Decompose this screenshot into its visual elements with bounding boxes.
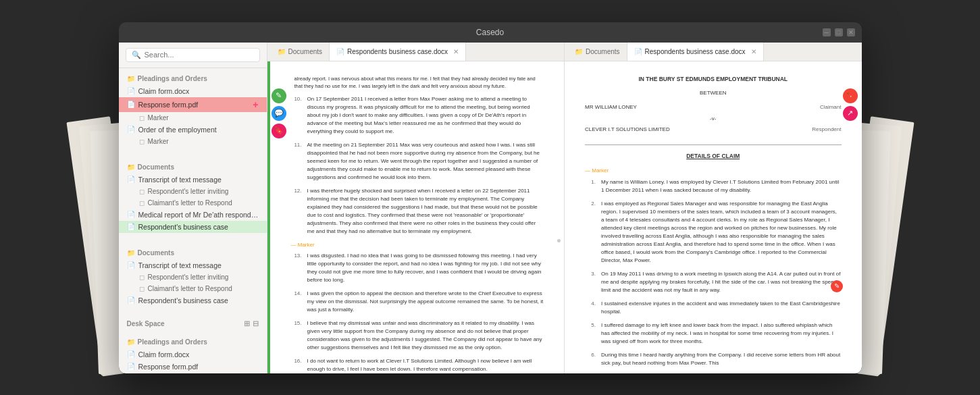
doc-intro-text: already report. I was nervous about what… — [291, 75, 544, 90]
add-icon[interactable]: + — [253, 99, 258, 110]
share-right-btn[interactable]: ↗ — [843, 106, 858, 121]
table-row: 6. During this time I heard hardly anyth… — [585, 351, 842, 367]
table-row: 1. My name is William Loney. I was emplo… — [585, 178, 842, 194]
doc-icon: 📄 — [127, 223, 135, 230]
marker-icon: ◻ — [139, 199, 145, 207]
right-doc-panel: 📁 Documents 📄 Respondents business case.… — [565, 43, 862, 373]
table-row: 11. At the meeting on 21 September 2011 … — [291, 141, 544, 182]
doc-icon: 📄 — [127, 363, 135, 370]
right-marker-label: — Marker — [585, 167, 842, 176]
formal-divider — [585, 144, 842, 145]
section-title-pleadings-desk: 📁 Pleadings and Orders — [119, 336, 267, 348]
section-pleadings: 📁 Pleadings and Orders 📄 Claim form.docx… — [119, 68, 267, 151]
section-documents2: 📁 Documents 📄 Transcript of text message… — [119, 242, 267, 311]
desk-expand-icon[interactable]: ⊞ — [244, 319, 250, 328]
search-input[interactable] — [145, 51, 254, 59]
table-row: 3. On 19 May 2011 I was driving to a wor… — [585, 270, 842, 294]
section-title-documents2: 📁 Documents — [119, 246, 267, 259]
folder-icon: 📁 — [127, 249, 135, 257]
sidebar-subitem-claimant-letter2[interactable]: ◻ Claimant's letter to Respond — [119, 283, 267, 294]
maximize-button[interactable]: □ — [835, 28, 843, 36]
table-row: 4. I sustained extensive injuries in the… — [585, 300, 842, 316]
sidebar-subitem-resp-letter[interactable]: ◻ Respondent's letter inviting — [119, 186, 267, 197]
desk-space-controls[interactable]: ⊞ ⊟ — [244, 319, 259, 328]
app-title: Casedo — [476, 28, 504, 37]
marker-icon: ◻ — [139, 114, 145, 122]
window-controls[interactable]: ─ □ ✕ — [823, 28, 855, 36]
left-tab-business-case[interactable]: 📄 Respondents business case.docx ✕ — [330, 43, 466, 61]
doc-icon: 📄 — [634, 48, 642, 55]
search-icon: 🔍 — [132, 51, 141, 59]
desk-space-header: Desk Space ⊞ ⊟ — [119, 316, 267, 332]
comment-btn[interactable]: 💬 — [272, 106, 286, 121]
sidebar-subitem-resp-letter2[interactable]: ◻ Respondent's letter inviting — [119, 271, 267, 283]
folder-icon: 📁 — [278, 48, 286, 55]
doc-icon: 📄 — [127, 101, 135, 108]
bookmark-right-btn[interactable]: 🔖 — [843, 88, 858, 103]
sidebar-item-order[interactable]: 📄 Order of the employment — [119, 124, 267, 136]
marker-icon: ◻ — [139, 138, 145, 145]
doc-icon: 📄 — [127, 350, 135, 358]
table-row: 16. I do not want to return to work at C… — [291, 357, 544, 373]
sidebar-item-medical[interactable]: 📄 Medical report of Mr De'ath respondent… — [119, 209, 267, 221]
doc-icon: 📄 — [336, 48, 344, 55]
table-row: 15. I believe that my dismissal was unfa… — [291, 319, 544, 352]
sidebar-subitem-marker1[interactable]: ◻ Marker — [119, 112, 267, 124]
sidebar-item-transcript[interactable]: 📄 Transcript of text message — [119, 174, 267, 186]
left-panel-tabs: 📁 Documents 📄 Respondents business case.… — [267, 43, 565, 61]
table-row: 12. I was therefore hugely shocked and s… — [291, 187, 544, 236]
bookmark-btn[interactable]: 🔖 — [272, 124, 286, 138]
sidebar-item-transcript2[interactable]: 📄 Transcript of text message — [119, 259, 267, 271]
desk-collapse-icon[interactable]: ⊟ — [253, 319, 259, 328]
sidebar-item-claim-form[interactable]: 📄 Claim form.docx — [119, 85, 267, 97]
title-bar: Casedo ─ □ ✕ — [119, 22, 862, 43]
respondent-party: CLEVER I.T SOLUTIONS LIMITED Respondent — [585, 126, 842, 134]
folder-icon: 📁 — [127, 163, 135, 171]
sidebar-subitem-marker2[interactable]: ◻ Marker — [119, 136, 267, 147]
marker-icon: ◻ — [139, 285, 145, 292]
table-row: 2. I was employed as Regional Sales Mana… — [585, 200, 842, 265]
section-title-documents: 📁 Documents — [119, 161, 267, 174]
folder-icon: 📁 — [575, 48, 583, 55]
sidebar-subitem-claimant-letter[interactable]: ◻ Claimant's letter to Respond — [119, 197, 267, 209]
section-desk-space: 📁 Pleadings and Orders 📄 Claim form.docx… — [119, 332, 267, 373]
left-tab-documents[interactable]: 📁 Documents — [271, 43, 330, 61]
marker-icon: ◻ — [139, 188, 145, 195]
right-tab-business-case[interactable]: 📄 Respondents business case.docx ✕ — [627, 43, 764, 61]
doc-icon: 📄 — [127, 126, 135, 133]
sidebar: 🔍 📁 Pleadings and Orders 📄 Claim form.do… — [119, 43, 267, 373]
claimant-party: MR WILLIAM LONEY Claimant — [585, 103, 842, 112]
sidebar-item-business-case2[interactable]: 📄 Respondent's business case — [119, 294, 267, 307]
tab-close-icon[interactable]: ✕ — [453, 48, 459, 55]
sidebar-item-response-form[interactable]: 📄 Response form.pdf + — [119, 97, 267, 112]
folder-icon: 📁 — [127, 75, 135, 82]
scroll-indicator — [557, 239, 561, 242]
doc-icon: 📄 — [127, 87, 135, 95]
section-documents: 📁 Documents 📄 Transcript of text message… — [119, 157, 267, 237]
table-row: 10. On 17 September 2011 I received a le… — [291, 95, 544, 136]
search-area: 🔍 — [119, 43, 267, 68]
marker-label-1: — Marker — [291, 241, 544, 249]
table-row: 14. I was given the option to appeal the… — [291, 290, 544, 314]
sidebar-desk-claim[interactable]: 📄 Claim form.docx — [119, 348, 267, 361]
table-row: 5. I suffered damage to my left knee and… — [585, 321, 842, 346]
doc-icon: 📄 — [127, 261, 135, 269]
doc-icon: 📄 — [127, 296, 135, 304]
section-title-pleadings: 📁 Pleadings and Orders — [119, 72, 267, 85]
right-tab-documents[interactable]: 📁 Documents — [568, 43, 627, 61]
right-panel-tabs: 📁 Documents 📄 Respondents business case.… — [565, 43, 862, 61]
edit-dot-right[interactable]: ✎ — [831, 280, 843, 292]
doc-icon: 📄 — [127, 176, 135, 183]
table-row: 13. I was disgusted. I had no idea that … — [291, 252, 544, 284]
page-indicator: ↙ — [585, 373, 842, 373]
tribunal-header: IN THE BURY ST EDMUNDS EMPLOYMENT TRIBUN… — [585, 75, 842, 135]
minimize-button[interactable]: ─ — [823, 28, 831, 36]
close-button[interactable]: ✕ — [847, 28, 855, 36]
annotate-btn[interactable]: ✎ — [272, 88, 286, 103]
sidebar-desk-response[interactable]: 📄 Response form.pdf — [119, 361, 267, 373]
tab-close-icon[interactable]: ✕ — [751, 48, 756, 55]
right-doc-content: 🔖 ↗ IN THE BURY ST EDMUNDS EMPLOYMENT TR… — [565, 61, 862, 373]
sidebar-item-business-case[interactable]: 📄 Respondent's business case — [119, 221, 267, 233]
folder-icon: 📁 — [127, 338, 135, 346]
left-doc-content: ✎ 💬 🔖 already report. I was nervous abou… — [267, 61, 565, 373]
